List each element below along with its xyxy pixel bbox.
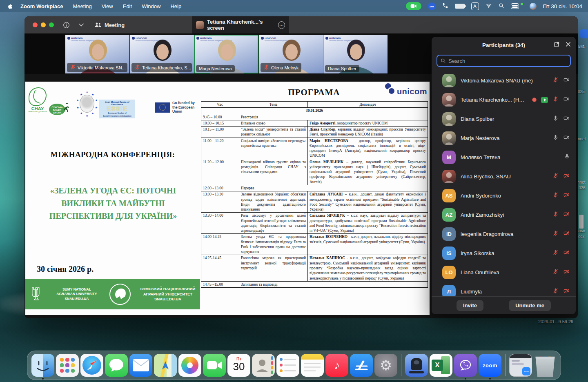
participant-row[interactable]: Marja Nesterova — [432, 129, 576, 148]
dock-icon-contacts[interactable] — [252, 354, 275, 377]
tab-options-icon[interactable]: … — [278, 21, 285, 29]
invite-button[interactable]: Invite — [457, 300, 483, 311]
avatar: AZ — [442, 208, 456, 222]
apple-menu-icon[interactable] — [6, 3, 15, 9]
camera-off-icon[interactable] — [563, 230, 570, 238]
camera-on-icon[interactable] — [563, 115, 570, 123]
zoom-menubar-icon[interactable]: zm — [428, 2, 436, 10]
mic-on-icon[interactable] — [564, 153, 570, 161]
menu-app-name[interactable]: Zoom Workplace — [16, 3, 67, 9]
video-thumbnail-3[interactable]: unicomUniversities innovation strengthen… — [194, 35, 258, 73]
video-thumbnail-1[interactable]: unicomUniversities innovation strengthen… — [65, 35, 129, 73]
tab-shared-screen[interactable]: Tetiana Kharchenk...'s screen … — [192, 16, 289, 33]
control-center-icon[interactable] — [511, 3, 519, 9]
mic-muted-icon[interactable] — [552, 173, 559, 180]
menu-item-meeting[interactable]: Meeting — [69, 3, 96, 9]
close-panel-icon[interactable] — [566, 41, 571, 49]
dock-icon-reminders[interactable] — [276, 354, 299, 377]
participant-row[interactable]: Diana Spulber — [432, 109, 576, 129]
mic-muted-icon[interactable] — [552, 230, 559, 238]
popout-panel-icon[interactable] — [554, 41, 560, 49]
battery-icon[interactable] — [455, 4, 465, 9]
participant-row[interactable]: Alina Brychko, SNAU — [432, 167, 576, 186]
mic-muted-icon[interactable] — [552, 77, 559, 84]
camera-off-icon[interactable] — [563, 249, 570, 257]
camera-active-icon[interactable] — [406, 2, 421, 10]
dock-icon-photo-booth[interactable] — [405, 354, 428, 377]
desktop-file-icon[interactable] — [580, 29, 588, 38]
input-source-icon[interactable]: A — [471, 2, 479, 10]
camera-on-icon[interactable] — [563, 77, 570, 84]
mic-on-icon[interactable] — [552, 115, 559, 123]
participant-row[interactable]: Viktoriia Makarova SNAU (me) — [432, 71, 576, 90]
viber-menubar-icon[interactable] — [442, 2, 448, 10]
participants-footer: Invite Unmute me — [432, 296, 576, 314]
menubar-clock[interactable]: Пт 30 січ. 10:04 — [543, 3, 582, 9]
menu-item-view[interactable]: View — [98, 3, 117, 9]
video-thumbnail-2[interactable]: unicomUniversities innovation strengthen… — [130, 35, 194, 73]
desktop-file-icon[interactable] — [579, 215, 584, 229]
search-input[interactable] — [448, 58, 567, 64]
dock-icon-excel[interactable]: X — [430, 354, 452, 377]
dock-icon-launchpad[interactable] — [56, 354, 79, 377]
participant-name: Liana Onufriieva — [461, 269, 548, 275]
camera-on-icon[interactable] — [563, 134, 570, 142]
mic-muted-icon[interactable] — [552, 211, 559, 219]
mic-muted-icon[interactable] — [552, 192, 559, 200]
participant-row[interactable]: ЛLiudmyla — [432, 282, 576, 296]
video-thumbnail-4[interactable]: unicomUniversities innovation strengthen… — [259, 35, 323, 73]
camera-off-icon[interactable] — [563, 269, 570, 276]
participant-row[interactable]: ISIryna Sikorska — [432, 244, 576, 263]
video-thumbnail-5[interactable]: unicomUniversities innovation strengthen… — [323, 35, 388, 73]
desktop-file-label-fragment: зльн — [577, 229, 585, 233]
dock-icon-mail[interactable] — [129, 354, 152, 377]
participant-row[interactable]: Tetiana Kharchenko... (Host) — [432, 90, 576, 109]
dock-icon-calendar[interactable]: Пт30 — [227, 354, 250, 377]
participant-row[interactable]: ММолявко Тетяна — [432, 148, 576, 167]
menu-item-edit[interactable]: Edit — [119, 3, 136, 9]
dock-icon-photos[interactable] — [178, 354, 201, 377]
participants-header: Participants (34) — [432, 37, 576, 53]
dock-icon-viber[interactable] — [454, 354, 477, 377]
mic-on-icon[interactable] — [552, 134, 559, 142]
unmute-me-button[interactable]: Unmute me — [509, 300, 551, 311]
mic-muted-icon[interactable] — [552, 96, 559, 104]
dock-icon-maps[interactable] — [154, 354, 177, 377]
chevron-down-icon[interactable] — [79, 23, 84, 27]
close-window-button[interactable] — [33, 22, 38, 27]
dock-icon-zoom[interactable]: zoom — [479, 354, 501, 377]
camera-off-icon[interactable] — [563, 288, 570, 295]
mic-muted-icon[interactable] — [552, 288, 559, 295]
dock-icon-messages[interactable] — [105, 354, 128, 377]
tab-meeting[interactable]: Meeting — [94, 22, 125, 28]
dock-icon-trash[interactable] — [534, 354, 557, 377]
program-date: 30.01.2026 — [201, 108, 428, 114]
participant-row[interactable]: LOLiana Onufriieva — [432, 263, 576, 282]
info-icon[interactable] — [63, 22, 70, 29]
menu-item-window[interactable]: Window — [138, 3, 165, 9]
menu-item-help[interactable]: Help — [166, 3, 185, 9]
zoom-window-button[interactable] — [49, 22, 54, 27]
dock-icon-app-store[interactable] — [350, 354, 373, 377]
spotlight-search-icon[interactable] — [499, 3, 504, 10]
wifi-icon[interactable] — [486, 3, 492, 10]
minimize-window-button[interactable] — [41, 22, 46, 27]
dock-icon-finder[interactable] — [31, 354, 54, 377]
user-sphere-icon[interactable] — [530, 3, 537, 10]
dock-icon-window-preview[interactable]: zoom — [509, 354, 532, 377]
dock-icon-safari[interactable] — [80, 354, 103, 377]
participant-row[interactable]: AZAndrii Zamozhskyi — [432, 205, 576, 224]
participant-row[interactable]: iDievgeniia Dragomirova — [432, 224, 576, 244]
camera-off-icon[interactable] — [563, 173, 570, 180]
dock-icon-music[interactable]: ♪ — [325, 354, 348, 377]
camera-off-icon[interactable] — [563, 211, 570, 219]
dock-icon-system-settings[interactable]: ⚙ — [374, 354, 397, 377]
camera-on-icon[interactable] — [563, 96, 570, 104]
camera-off-icon[interactable] — [563, 192, 570, 200]
program-row: 10.15 – 11.00“Зелена місія” університеті… — [201, 127, 428, 138]
participant-row[interactable]: ASAndrii Sydorenko — [432, 186, 576, 205]
dock-icon-notes[interactable] — [301, 354, 324, 377]
mic-muted-icon[interactable] — [552, 269, 559, 276]
mic-muted-icon[interactable] — [552, 249, 559, 257]
dock-icon-facetime[interactable] — [203, 354, 226, 377]
